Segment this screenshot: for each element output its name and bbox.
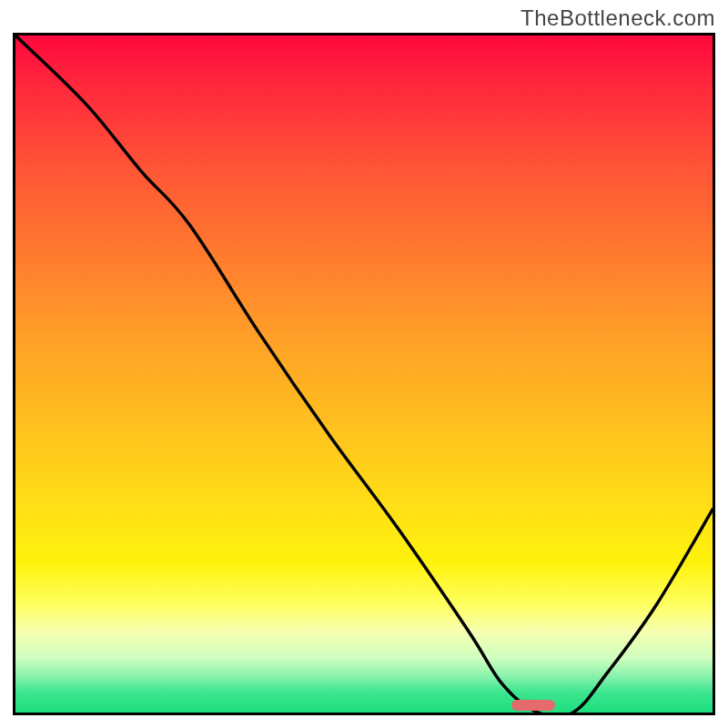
chart-marker [511,700,555,711]
watermark: TheBottleneck.com [521,5,715,31]
chart-line [15,35,713,713]
chart-area [13,33,715,715]
chart-line-path [15,35,713,713]
